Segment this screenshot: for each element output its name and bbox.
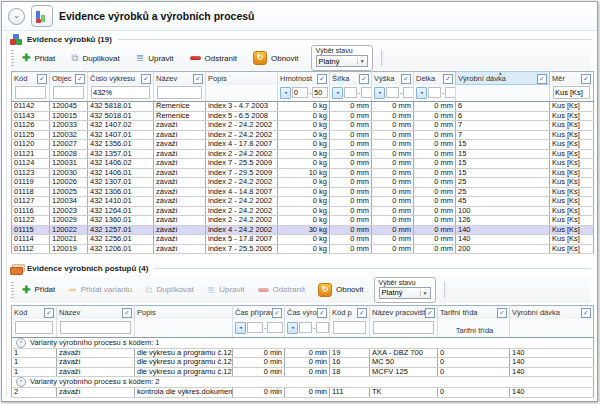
duplikovat-button[interactable]: ⧉Duplikovat	[71, 53, 120, 63]
table-cell[interactable]: 0 kg	[278, 197, 330, 207]
table-row[interactable]: 2závažíkontrola dle výkres.dokumentace0 …	[12, 388, 594, 398]
table-cell[interactable]: 0 mm	[330, 102, 372, 112]
range-min-input[interactable]	[428, 87, 441, 98]
table-cell[interactable]: index 4 - 14.8 2007	[206, 187, 278, 197]
table-cell[interactable]: Kus [Ks]	[550, 102, 594, 112]
table-cell[interactable]: 120030	[50, 168, 88, 178]
table-row[interactable]: 01126120033432 1407.02závažíindex 2 - 24…	[12, 121, 594, 131]
filter-input[interactable]	[53, 86, 84, 99]
table-cell[interactable]: 432 1256.01	[88, 235, 154, 245]
table-cell[interactable]: závaží	[154, 168, 206, 178]
table-cell[interactable]: Kus [Ks]	[550, 216, 594, 226]
table-row[interactable]: 01142120045432 5818.01Řemeniceindex 3 - …	[12, 102, 594, 112]
group-row[interactable]: ˄Varianty výrobního procesu s kódem: 2	[12, 377, 594, 388]
range-decrease-button[interactable]: ◂	[332, 87, 343, 99]
table-cell[interactable]: 0 mm	[330, 130, 372, 140]
table-row[interactable]: 01112120019432 1206.01závažíindex 7 - 25…	[12, 244, 594, 254]
table-cell[interactable]: 0 mm	[330, 149, 372, 159]
table-cell[interactable]: závaží	[154, 159, 206, 169]
table-cell[interactable]: 01116	[12, 206, 50, 216]
table-cell[interactable]: 0 min	[285, 348, 330, 358]
table-cell[interactable]: Kus [Ks]	[550, 197, 594, 207]
table-cell[interactable]: 01114	[12, 235, 50, 245]
table-cell[interactable]: 100	[456, 206, 550, 216]
table-cell[interactable]: 120023	[50, 206, 88, 216]
table-cell[interactable]: 0 mm	[330, 178, 372, 188]
table-cell[interactable]: závaží	[154, 121, 206, 131]
filter-input[interactable]	[553, 86, 590, 99]
table-cell[interactable]: 30 kg	[278, 225, 330, 235]
column-filter-checkbox[interactable]: ✓	[37, 74, 47, 84]
column-filter-checkbox[interactable]: ✓	[193, 74, 203, 84]
column-header[interactable]: Měr✓	[550, 72, 594, 85]
group-row[interactable]: ˄Varianty výrobního procesu s kódem: 1	[12, 337, 594, 348]
table-cell[interactable]: 19	[330, 348, 370, 358]
table-cell[interactable]: 0 kg	[278, 159, 330, 169]
table-cell[interactable]: 0 mm	[372, 235, 414, 245]
table-cell[interactable]: závaží	[57, 367, 135, 377]
p-idat-button[interactable]: ✚Přidat	[22, 53, 55, 63]
table-cell[interactable]: Řemenice	[154, 102, 206, 112]
table-cell[interactable]: 120027	[50, 140, 88, 150]
table-cell[interactable]: 01127	[12, 197, 50, 207]
table-cell[interactable]: 111	[330, 388, 370, 398]
odstranit-button[interactable]: Odstranit	[190, 54, 237, 63]
table-cell[interactable]: 15	[456, 168, 550, 178]
table-cell[interactable]: 01124	[12, 159, 50, 169]
table-cell[interactable]: 120031	[50, 159, 88, 169]
table-cell[interactable]: 0 mm	[372, 111, 414, 121]
table-cell[interactable]: kontrola dle výkres.dokumentace	[135, 388, 233, 398]
table-cell[interactable]: Kus [Ks]	[550, 225, 594, 235]
table-cell[interactable]: index 5 - 17.8 2007	[206, 235, 278, 245]
table-row[interactable]: 01123120030432 1406.01závažíindex 7 - 29…	[12, 168, 594, 178]
table-cell[interactable]: závaží	[154, 140, 206, 150]
table-cell[interactable]: 01143	[12, 111, 50, 121]
table-cell[interactable]: 200	[456, 244, 550, 254]
table-cell[interactable]: 432 1410.01	[88, 197, 154, 207]
table-cell[interactable]: 0 mm	[372, 225, 414, 235]
table-cell[interactable]: 432 1356.01	[88, 140, 154, 150]
table-cell[interactable]: 0 mm	[330, 159, 372, 169]
column-header[interactable]: Číslo výkresu✓	[88, 72, 154, 85]
table-row[interactable]: 01121120028432 1357.01závažíindex 2 - 24…	[12, 149, 594, 159]
column-filter-checkbox[interactable]: ✓	[425, 308, 435, 318]
table-row[interactable]: 1závažídle výkresu a programu č.1257 ..0…	[12, 348, 594, 358]
table-cell[interactable]: index 3 - 4.7 2003	[206, 102, 278, 112]
table-cell[interactable]: 120028	[50, 149, 88, 159]
column-filter-checkbox[interactable]: ✓	[317, 308, 327, 318]
table-cell[interactable]: 0 mm	[330, 168, 372, 178]
column-header[interactable]: Hmotnost✓	[278, 72, 330, 85]
table-cell[interactable]: index 4 - 17.8 2007	[206, 140, 278, 150]
table-cell[interactable]: 120019	[50, 244, 88, 254]
column-filter-checkbox[interactable]: ✓	[537, 74, 547, 84]
table-cell[interactable]: závaží	[57, 348, 135, 358]
column-filter-checkbox[interactable]: ✓	[75, 74, 85, 84]
table-cell[interactable]: závaží	[154, 225, 206, 235]
table-cell[interactable]: 10 kg	[278, 168, 330, 178]
table-cell[interactable]: 01126	[12, 121, 50, 131]
table-cell[interactable]: 432 5018.01	[88, 111, 154, 121]
table-cell[interactable]: 0 mm	[372, 206, 414, 216]
table-cell[interactable]: 432 1406.02	[88, 159, 154, 169]
table-cell[interactable]: 0 mm	[414, 197, 456, 207]
table-cell[interactable]: dle výkresu a programu č.1257 ..	[135, 358, 233, 368]
products-state-combobox[interactable]: Platný ▼	[316, 55, 368, 67]
table-cell[interactable]: 1	[12, 367, 57, 377]
table-cell[interactable]: 01112	[12, 244, 50, 254]
table-cell[interactable]: 0 mm	[414, 159, 456, 169]
table-cell[interactable]: 0 mm	[372, 216, 414, 226]
table-cell[interactable]: 0 mm	[330, 244, 372, 254]
table-cell[interactable]: 0 mm	[372, 140, 414, 150]
range-max-input[interactable]	[361, 87, 371, 98]
table-cell[interactable]: 432 5818.01	[88, 102, 154, 112]
table-cell[interactable]: Kus [Ks]	[550, 159, 594, 169]
table-cell[interactable]: 15	[456, 159, 550, 169]
table-cell[interactable]: 0 mm	[414, 111, 456, 121]
processes-state-combobox[interactable]: Platný ▼	[379, 287, 431, 299]
p-idat-button[interactable]: ✚Přidat	[22, 285, 55, 295]
table-cell[interactable]: závaží	[154, 178, 206, 188]
table-cell[interactable]: 0 min	[233, 358, 285, 368]
table-cell[interactable]: 0 mm	[414, 235, 456, 245]
table-cell[interactable]: Kus [Ks]	[550, 187, 594, 197]
table-cell[interactable]: 432 1406.01	[88, 168, 154, 178]
